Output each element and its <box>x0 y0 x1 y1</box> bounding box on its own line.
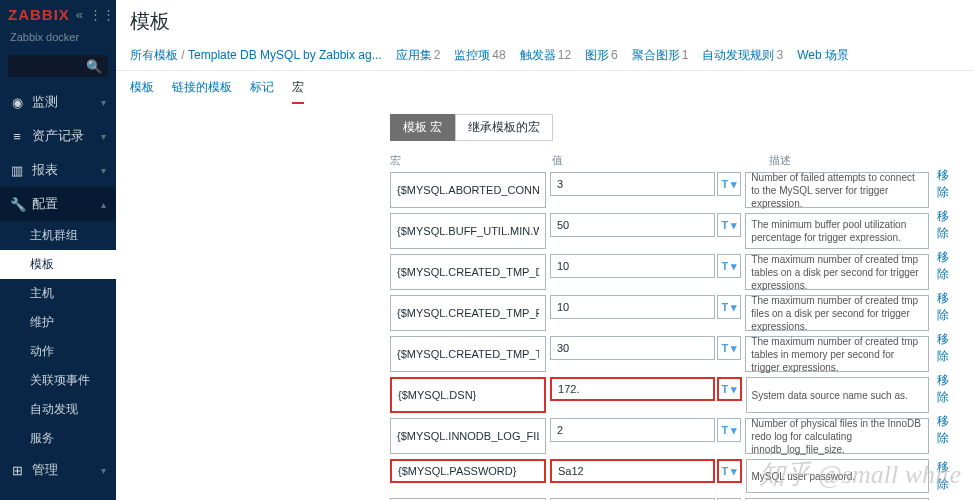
macro-type-button[interactable]: T ▾ <box>717 213 741 237</box>
macro-value-input[interactable] <box>550 295 715 319</box>
tab-template[interactable]: 模板 <box>130 79 154 104</box>
macro-desc: The minimum buffer pool utilization perc… <box>745 213 929 249</box>
nav-monitor[interactable]: ◉监测▾ <box>0 85 116 119</box>
chart-icon: ▥ <box>10 163 24 178</box>
sidebar-item-templates[interactable]: 模板 <box>0 250 116 279</box>
macro-desc: The maximum number of created tmp tables… <box>745 336 929 372</box>
macro-row: T ▾The maximum number of created tmp tab… <box>130 336 959 372</box>
macro-value-input[interactable] <box>550 377 715 401</box>
macro-desc: MySQL user password. <box>746 459 929 493</box>
pill-template-macros[interactable]: 模板 宏 <box>390 114 455 141</box>
macro-type-button[interactable]: T ▾ <box>717 377 741 401</box>
macro-desc: System data source name such as . <box>746 377 929 413</box>
macro-row: T ▾MySQL user password.移除 <box>130 459 959 493</box>
breadcrumb: 所有模板 / Template DB MySQL by Zabbix ag...… <box>116 43 973 71</box>
macro-name-input[interactable] <box>390 336 546 372</box>
sidebar-item-discovery[interactable]: 自动发现 <box>0 395 116 424</box>
main-content: 模板 所有模板 / Template DB MySQL by Zabbix ag… <box>116 0 973 500</box>
tab-triggers[interactable]: 触发器 <box>520 48 556 62</box>
macro-name-input[interactable] <box>390 295 546 331</box>
wrench-icon: 🔧 <box>10 197 24 212</box>
macro-desc: Number of failed attempts to connect to … <box>745 172 929 208</box>
macro-type-button[interactable]: T ▾ <box>717 418 741 442</box>
macro-name-input[interactable] <box>390 254 546 290</box>
macro-value-input[interactable] <box>550 336 715 360</box>
tab-tags[interactable]: 标记 <box>250 79 274 104</box>
remove-link[interactable]: 移除 <box>937 254 959 278</box>
macro-name-input[interactable] <box>390 172 546 208</box>
tab-screens[interactable]: 聚合图形 <box>632 48 680 62</box>
macro-desc: Number of physical files in the InnoDB r… <box>745 418 929 454</box>
header-desc: 描述 <box>769 153 959 168</box>
crumb-template[interactable]: Template DB MySQL by Zabbix ag... <box>188 48 382 62</box>
macro-type-button[interactable]: T ▾ <box>717 172 741 196</box>
nav-admin[interactable]: ⊞管理▾ <box>0 453 116 487</box>
tab-applications[interactable]: 应用集 <box>396 48 432 62</box>
macro-row: T ▾The maximum number of created tmp tab… <box>130 254 959 290</box>
remove-link[interactable]: 移除 <box>937 418 959 442</box>
remove-link[interactable]: 移除 <box>937 172 959 196</box>
macro-type-button[interactable]: T ▾ <box>717 254 741 278</box>
logo: ZABBIX <box>8 6 70 23</box>
macro-name-input[interactable] <box>390 213 546 249</box>
macro-value-input[interactable] <box>550 254 715 278</box>
tenant-name: Zabbix docker <box>0 29 116 51</box>
chevron-down-icon: ▾ <box>101 465 106 476</box>
chevron-down-icon: ▾ <box>101 131 106 142</box>
tab-graphs[interactable]: 图形 <box>585 48 609 62</box>
sidebar-item-hosts[interactable]: 主机 <box>0 279 116 308</box>
remove-link[interactable]: 移除 <box>937 459 959 493</box>
macro-row: T ▾The minimum buffer pool utilization p… <box>130 213 959 249</box>
crumb-all-templates[interactable]: 所有模板 <box>130 48 178 62</box>
remove-link[interactable]: 移除 <box>937 295 959 319</box>
remove-link[interactable]: 移除 <box>937 377 959 401</box>
macro-desc: The maximum number of created tmp files … <box>745 295 929 331</box>
sidebar-item-actions[interactable]: 动作 <box>0 337 116 366</box>
tab-web[interactable]: Web 场景 <box>797 48 849 62</box>
menu-icon[interactable]: ⋮⋮ <box>89 7 115 22</box>
macro-value-input[interactable] <box>550 459 715 483</box>
chevron-down-icon: ▾ <box>101 97 106 108</box>
macro-name-input[interactable] <box>390 418 546 454</box>
header-value: 值 <box>552 153 742 168</box>
gear-icon: ⊞ <box>10 463 24 478</box>
nav-inventory[interactable]: ≡资产记录▾ <box>0 119 116 153</box>
macro-row: T ▾Number of failed attempts to connect … <box>130 172 959 208</box>
page-title: 模板 <box>116 0 973 43</box>
macro-type-button[interactable]: T ▾ <box>717 336 741 360</box>
header-macro: 宏 <box>390 153 552 168</box>
sidebar-item-maintenance[interactable]: 维护 <box>0 308 116 337</box>
remove-link[interactable]: 移除 <box>937 213 959 237</box>
tab-macros[interactable]: 宏 <box>292 79 304 104</box>
remove-link[interactable]: 移除 <box>937 336 959 360</box>
form-tabs: 模板 链接的模板 标记 宏 <box>116 71 973 104</box>
pill-inherited-macros[interactable]: 继承模板的宏 <box>455 114 553 141</box>
macro-name-input[interactable] <box>390 377 546 413</box>
sidebar-item-hostgroups[interactable]: 主机群组 <box>0 221 116 250</box>
tab-items[interactable]: 监控项 <box>454 48 490 62</box>
tab-linked[interactable]: 链接的模板 <box>172 79 232 104</box>
macro-row: T ▾System data source name such as .移除 <box>130 377 959 413</box>
chevron-up-icon: ▴ <box>101 199 106 210</box>
chevron-down-icon: ▾ <box>101 165 106 176</box>
eye-icon: ◉ <box>10 95 24 110</box>
macro-desc: The maximum number of created tmp tables… <box>745 254 929 290</box>
macro-row: T ▾Number of physical files in the InnoD… <box>130 418 959 454</box>
macro-type-button[interactable]: T ▾ <box>717 459 741 483</box>
nav-reports[interactable]: ▥报表▾ <box>0 153 116 187</box>
macro-type-button[interactable]: T ▾ <box>717 295 741 319</box>
nav-config[interactable]: 🔧配置▴ <box>0 187 116 221</box>
list-icon: ≡ <box>10 129 24 144</box>
sidebar: ZABBIX « ⋮⋮ Zabbix docker 🔍 ◉监测▾ ≡资产记录▾ … <box>0 0 116 500</box>
macro-name-input[interactable] <box>390 459 546 483</box>
macro-row: T ▾The maximum number of created tmp fil… <box>130 295 959 331</box>
macro-value-input[interactable] <box>550 172 715 196</box>
macro-value-input[interactable] <box>550 418 715 442</box>
collapse-icon[interactable]: « <box>76 7 83 22</box>
tab-discovery[interactable]: 自动发现规则 <box>702 48 774 62</box>
sidebar-item-services[interactable]: 服务 <box>0 424 116 453</box>
macro-value-input[interactable] <box>550 213 715 237</box>
search-icon[interactable]: 🔍 <box>86 59 102 74</box>
sidebar-item-correlation[interactable]: 关联项事件 <box>0 366 116 395</box>
